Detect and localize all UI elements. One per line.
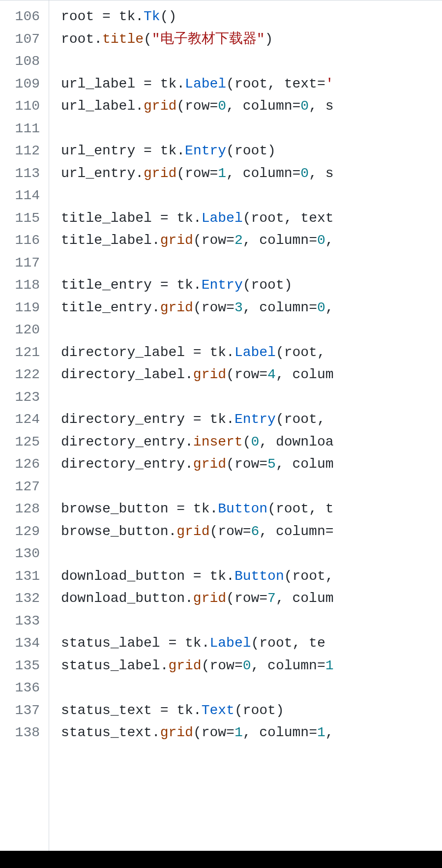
code-line[interactable]: title_label.grid(row=2, column=0, [61,229,442,252]
code-line[interactable]: url_entry.grid(row=1, column=0, s [61,162,442,185]
line-number: 113 [5,162,40,185]
code-token: 0 [300,166,309,181]
code-token: tk [202,345,226,360]
code-line[interactable]: download_button.grid(row=7, colum [61,587,442,610]
code-line[interactable]: browse_button = tk.Button(root, t [61,498,442,520]
code-token: url_entry [61,143,144,158]
code-line[interactable]: url_label.grid(row=0, column=0, s [61,95,442,118]
code-line[interactable] [61,50,442,73]
code-token: . [193,703,202,718]
code-token: 1 [317,725,325,740]
code-line[interactable] [61,677,442,699]
code-token: , [325,300,334,315]
code-line[interactable]: root.title("电子教材下载器") [61,28,442,51]
code-line[interactable]: status_text = tk.Text(root) [61,699,442,722]
code-token: = [160,703,169,718]
code-line[interactable]: url_label = tk.Label(root, text=' [61,73,442,95]
code-token: browse_button [61,501,177,516]
code-line[interactable]: title_entry.grid(row=3, column=0, [61,297,442,319]
code-token: (row= [177,166,218,181]
line-number: 130 [5,542,40,565]
code-token: directory_entry [61,434,185,449]
code-token: 1 [218,166,226,181]
code-token: . [185,434,193,449]
code-token: . [152,300,160,315]
code-token: Button [235,569,284,584]
code-token: 0 [218,98,226,114]
code-editor[interactable]: 1061071081091101111121131141151161171181… [0,0,442,868]
line-number: 116 [5,229,40,252]
code-line[interactable] [61,118,442,140]
code-line[interactable] [61,386,442,409]
code-token: title_entry [61,277,160,293]
code-token: 0 [317,300,325,315]
code-token: (row= [193,300,235,315]
line-number: 117 [5,252,40,274]
code-token: tk [185,501,209,516]
code-token: = [193,345,202,360]
code-line[interactable]: download_button = tk.Button(root, [61,565,442,588]
code-token: 0 [317,233,325,248]
line-number: 107 [5,28,40,51]
code-line[interactable] [61,252,442,274]
code-line[interactable]: root = tk.Tk() [61,5,442,28]
line-number: 126 [5,453,40,476]
code-line[interactable]: directory_entry = tk.Entry(root, [61,408,442,431]
code-token: = [102,9,111,24]
code-token: , colum [276,456,334,472]
code-token: . [177,76,185,91]
code-token: (row= [209,524,251,539]
code-token: , colum [276,367,334,382]
code-line[interactable]: status_label.grid(row=0, column=1 [61,655,442,677]
code-token: 0 [251,434,260,449]
bottom-bar [0,851,442,868]
code-token: title_label [61,210,160,226]
code-token: . [152,725,160,740]
code-token: . [209,501,218,516]
code-token: tk [177,635,201,651]
code-line[interactable]: directory_entry.insert(0, downloa [61,431,442,453]
line-number: 118 [5,274,40,297]
code-line[interactable]: url_entry = tk.Entry(root) [61,140,442,162]
line-number: 108 [5,50,40,73]
code-token: Entry [202,277,243,293]
code-token: (root, text [243,210,334,226]
code-token: (row= [226,367,267,382]
code-line[interactable]: directory_label = tk.Label(root, [61,341,442,364]
code-token: . [135,9,144,24]
code-line[interactable] [61,184,442,207]
code-token: . [226,412,235,427]
code-line[interactable]: directory_label.grid(row=4, colum [61,363,442,386]
code-token: title_entry [61,300,152,315]
code-token: ) [265,31,273,47]
code-line[interactable]: title_entry = tk.Entry(root) [61,274,442,297]
code-line[interactable] [61,319,442,341]
code-line[interactable] [61,542,442,565]
code-token: . [152,233,160,248]
code-token: insert [193,434,243,449]
code-token: 1 [325,658,334,673]
code-line[interactable]: title_label = tk.Label(root, text [61,207,442,230]
code-token: 3 [235,300,243,315]
code-token: (root) [235,703,284,718]
code-line[interactable]: browse_button.grid(row=6, column= [61,520,442,543]
code-token: = [160,277,169,293]
code-token: browse_button [61,524,168,539]
code-line[interactable] [61,476,442,498]
code-token: Entry [185,143,226,158]
line-number: 125 [5,431,40,453]
code-token: (row= [226,591,267,606]
code-token: ( [243,434,251,449]
code-token: Button [218,501,267,516]
code-line[interactable]: status_label = tk.Label(root, te [61,632,442,655]
code-line[interactable]: status_text.grid(row=1, column=1, [61,721,442,744]
code-token: grid [193,456,226,472]
code-line[interactable]: directory_entry.grid(row=5, colum [61,453,442,476]
code-content[interactable]: root = tk.Tk()root.title("电子教材下载器")url_l… [49,0,442,868]
code-token: grid [144,98,177,114]
code-token: directory_entry [61,412,193,427]
code-token: Label [235,345,276,360]
code-line[interactable] [61,610,442,632]
line-number: 115 [5,207,40,230]
code-token: , column= [243,300,317,315]
